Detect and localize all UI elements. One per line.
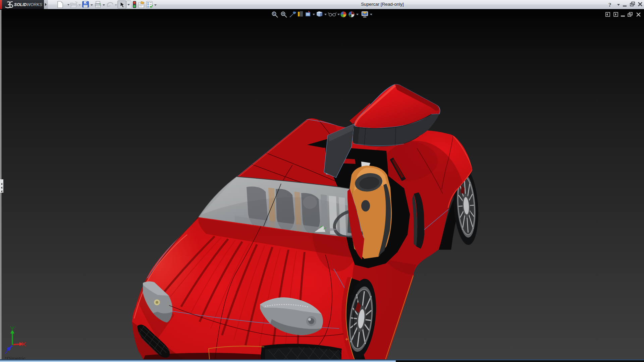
- svg-text:SOLIDWORKS: SOLIDWORKS: [14, 2, 42, 7]
- svg-text:?: ?: [608, 2, 611, 8]
